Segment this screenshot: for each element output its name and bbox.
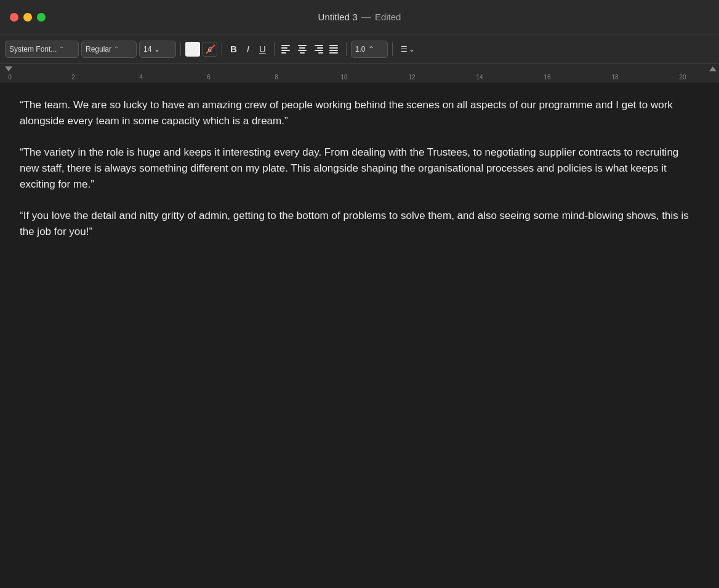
- align-right-button[interactable]: [311, 41, 326, 58]
- list-icon: ☰: [401, 45, 408, 54]
- title-bar: Untitled 3 — Edited: [0, 0, 719, 34]
- ruler-mark-14: 14: [476, 74, 483, 81]
- italic-button[interactable]: I: [243, 41, 253, 58]
- line-spacing-value: 1.0: [355, 45, 366, 54]
- divider-4: [346, 42, 347, 56]
- ruler: 0 2 4 6 8 10 12 14 16 18 20: [0, 64, 719, 82]
- font-name-chevron-icon: ⌃: [59, 46, 64, 52]
- divider-2: [222, 42, 222, 56]
- bold-button[interactable]: B: [227, 41, 241, 58]
- align-center-icon: [297, 45, 307, 54]
- font-name-select[interactable]: System Font... ⌃: [5, 41, 79, 58]
- ruler-mark-8: 8: [275, 74, 278, 81]
- window-title: Untitled 3: [318, 12, 358, 22]
- font-size-chevron-icon: ⌄: [154, 45, 160, 54]
- paragraph-1: “The team. We are so lucky to have an am…: [20, 97, 699, 130]
- ruler-right-tab-icon[interactable]: [709, 66, 717, 71]
- ruler-mark-20: 20: [679, 74, 686, 81]
- list-button[interactable]: ☰ ⌄: [397, 41, 419, 58]
- line-spacing-control[interactable]: 1.0 ⌃: [351, 41, 388, 58]
- align-right-icon: [313, 45, 323, 54]
- title-separator: —: [361, 12, 371, 23]
- alignment-group: [279, 41, 342, 58]
- font-style-chevron-icon: ⌃: [114, 46, 119, 52]
- document-area[interactable]: “The team. We are so lucky to have an am…: [0, 82, 719, 588]
- ruler-mark-16: 16: [544, 74, 550, 81]
- ruler-mark-0: 0: [8, 74, 12, 81]
- ruler-mark-2: 2: [71, 74, 75, 81]
- ruler-mark-12: 12: [408, 74, 415, 81]
- background-color-picker[interactable]: [185, 42, 200, 57]
- font-style-select[interactable]: Regular ⌃: [81, 41, 137, 58]
- ruler-mark-10: 10: [340, 74, 347, 81]
- paragraph-3: “If you love the detail and nitty gritty…: [20, 208, 699, 240]
- underline-button[interactable]: U: [255, 41, 270, 58]
- align-center-button[interactable]: [295, 41, 310, 58]
- divider-3: [274, 42, 275, 56]
- align-justify-button[interactable]: [327, 41, 342, 58]
- align-left-icon: [281, 45, 291, 54]
- traffic-lights: [10, 13, 46, 22]
- align-justify-icon: [329, 45, 339, 54]
- maximize-button[interactable]: [37, 13, 46, 22]
- font-name-label: System Font...: [9, 45, 57, 54]
- edited-label: Edited: [375, 12, 401, 22]
- divider-5: [392, 42, 393, 56]
- font-size-label: 14: [143, 45, 151, 54]
- align-left-button[interactable]: [279, 41, 294, 58]
- ruler-mark-4: 4: [139, 74, 143, 81]
- ruler-mark-6: 6: [207, 74, 211, 81]
- paragraph-2: “The variety in the role is huge and kee…: [20, 145, 699, 193]
- minimize-button[interactable]: [23, 13, 32, 22]
- font-style-label: Regular: [86, 45, 111, 54]
- list-chevron-icon: ⌄: [409, 45, 415, 54]
- font-size-select[interactable]: 14 ⌄: [139, 41, 176, 58]
- toolbar: System Font... ⌃ Regular ⌃ 14 ⌄ a B I U: [0, 34, 719, 64]
- line-spacing-chevron-icon: ⌃: [368, 45, 374, 54]
- font-color-picker[interactable]: a: [203, 42, 217, 57]
- divider-1: [180, 42, 181, 56]
- ruler-mark-18: 18: [611, 74, 618, 81]
- close-button[interactable]: [10, 13, 18, 22]
- ruler-left-tab-icon[interactable]: [5, 66, 12, 71]
